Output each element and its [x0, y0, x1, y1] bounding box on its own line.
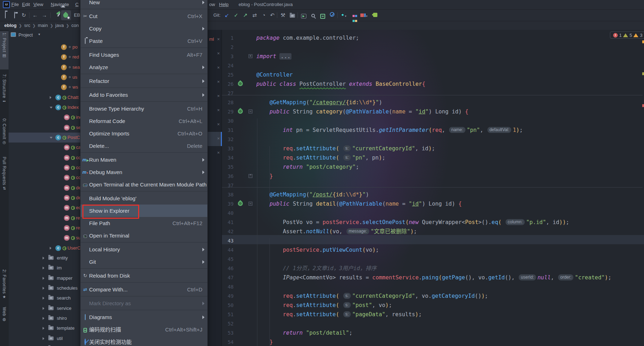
menu-item-compare-with-[interactable]: ⇄Compare With...Ctrl+D: [81, 283, 207, 296]
rollback-icon[interactable]: ↶: [268, 11, 276, 19]
breadcrumb-item[interactable]: src: [24, 23, 30, 28]
chevron-right-icon[interactable]: [50, 247, 51, 250]
menu-item-run-maven[interactable]: m▶Run Maven: [81, 154, 207, 166]
history-clock-icon[interactable]: ◔: [260, 11, 268, 19]
chevron-right-icon[interactable]: [43, 337, 44, 340]
breadcrumb-item[interactable]: main: [38, 23, 48, 28]
menu-item-reload-from-disk[interactable]: ↻Reload from Disk: [81, 269, 207, 282]
chevron-right-icon[interactable]: [43, 287, 44, 290]
code-scan-icon[interactable]: w: [319, 11, 327, 19]
line-number: 44: [219, 245, 234, 255]
tool-strip--commit[interactable]: 0: Commit◎: [0, 117, 9, 152]
menu-item-file-path[interactable]: File PathCtrl+Alt+F12: [81, 217, 207, 229]
sync-icon[interactable]: ↻: [20, 11, 28, 19]
code-line: req.setAttribute( s:"post", vo);: [256, 301, 392, 310]
menu-item-debug-maven[interactable]: m●Debug Maven: [81, 166, 207, 178]
chevron-right-icon[interactable]: [43, 267, 44, 269]
menu-c[interactable]: C: [75, 2, 78, 7]
menu-item-build-module-eblog-[interactable]: Build Module 'eblog': [81, 192, 207, 205]
save-icon[interactable]: [11, 11, 18, 19]
menu-edit[interactable]: Edit: [22, 2, 30, 7]
database-plugin-icon[interactable]: ▾: [360, 11, 368, 19]
menu-item-delete-[interactable]: Delete...Delete: [81, 140, 207, 152]
line-number: 50: [219, 301, 234, 310]
chevron-right-icon[interactable]: [43, 317, 44, 320]
spring-mapping-icon[interactable]: [237, 108, 244, 115]
menu-item-open-in-terminal[interactable]: >_Open in Terminal: [81, 229, 207, 242]
settings-wrench-icon[interactable]: ⚒: [279, 11, 287, 19]
run-anything-icon[interactable]: ▶: [300, 11, 307, 19]
menu-file[interactable]: File: [11, 2, 19, 7]
line-number: 46: [219, 264, 234, 273]
tool-strip--project[interactable]: 1: Project▤: [0, 31, 9, 69]
git-update-icon[interactable]: ↙: [223, 11, 231, 19]
chevron-right-icon[interactable]: [50, 96, 51, 99]
chevron-right-icon[interactable]: [43, 257, 44, 260]
menu-item-编码规约扫描[interactable]: w编码规约扫描Ctrl+Alt+Shift+J: [81, 323, 207, 336]
fold-marker-end[interactable]: ⌃: [249, 174, 252, 178]
menu-item-git[interactable]: Git: [81, 256, 207, 268]
menu-item-browse-type-hierarchy[interactable]: Browse Type HierarchyCtrl+H: [81, 102, 207, 115]
menu-item-new[interactable]: New: [81, 0, 207, 9]
git-diff-icon[interactable]: ⇄: [251, 11, 258, 19]
chevron-right-icon[interactable]: [43, 297, 44, 300]
breadcrumb-item[interactable]: java: [55, 23, 64, 28]
spring-mapping-icon[interactable]: [237, 200, 244, 207]
error-stripe-mark[interactable]: [642, 104, 644, 107]
menu-item-paste[interactable]: PasteCtrl+V: [81, 35, 207, 47]
error-stripe-mark[interactable]: [642, 72, 644, 75]
menu-scroll-up-icon[interactable]: [61, 5, 65, 7]
breadcrumb-item[interactable]: con: [71, 23, 79, 28]
field-icon: f: [61, 74, 67, 80]
menu-item-diagrams[interactable]: Diagrams: [81, 311, 207, 323]
menu-item-open-terminal-at-the-current-maven-module-path[interactable]: >mOpen Terminal at the Current Maven Mod…: [81, 178, 207, 191]
menu-item-copy[interactable]: Copy: [81, 22, 207, 35]
fold-marker-minus[interactable]: −: [249, 110, 252, 113]
tool-strip-pull-requests[interactable]: Pull Requests⇅: [0, 155, 9, 201]
back-icon[interactable]: ←: [31, 11, 39, 19]
breadcrumb-item[interactable]: eblog: [4, 23, 17, 28]
star-icon: ★: [2, 295, 7, 299]
fold-marker-plus[interactable]: +: [249, 54, 252, 58]
search-everywhere-icon[interactable]: [310, 11, 317, 19]
plugin-circle-icon[interactable]: ▾: [339, 11, 347, 19]
build-hammer-icon[interactable]: [52, 11, 60, 19]
menu-item-find-usages[interactable]: Find UsagesAlt+F7: [81, 49, 207, 61]
chevron-down-icon[interactable]: [50, 107, 53, 108]
disable-inspection-icon[interactable]: [328, 11, 336, 19]
tool-strip-web[interactable]: Web◍: [0, 306, 9, 323]
menu-navigate[interactable]: Navigate: [51, 2, 69, 7]
menu-item-analyze[interactable]: Analyze: [81, 61, 207, 73]
forward-icon[interactable]: →: [40, 11, 48, 19]
run-with-coverage-button[interactable]: [61, 10, 71, 20]
open-icon[interactable]: [1, 11, 9, 19]
menu-item-cut[interactable]: ✂CutCtrl+X: [81, 10, 207, 22]
chevron-down-icon[interactable]: [50, 137, 53, 139]
menu-item-reformat-code[interactable]: Reformat CodeCtrl+Alt+L: [81, 115, 207, 127]
menu-window-fragment[interactable]: ow: [209, 2, 215, 7]
chevron-right-icon[interactable]: [43, 307, 44, 310]
tool-strip--structure[interactable]: 7: Structure▪▪: [0, 73, 9, 115]
menu-item-关闭实时检测功能[interactable]: 关闭实时检测功能: [81, 336, 207, 346]
chevron-right-icon[interactable]: [43, 327, 44, 330]
menu-item-add-to-favorites[interactable]: Add to Favorites: [81, 89, 207, 101]
error-stripe-mark[interactable]: [642, 40, 644, 43]
fold-marker-minus[interactable]: −: [249, 202, 252, 206]
menu-item-local-history[interactable]: Local History: [81, 243, 207, 256]
git-commit-icon[interactable]: ✓: [232, 11, 240, 19]
project-structure-icon[interactable]: [288, 11, 296, 19]
spring-bean-icon[interactable]: [237, 80, 244, 87]
menu-help[interactable]: Help: [219, 2, 229, 7]
tool-strip--favorites[interactable]: 2: Favorites★: [0, 268, 9, 303]
menu-view[interactable]: View: [33, 2, 43, 7]
material-colors-icon[interactable]: [351, 11, 359, 19]
inspections-widget[interactable]: ! 1 5 3: [610, 32, 644, 39]
tree-item-label: Chatt: [67, 95, 78, 100]
method-icon: m: [64, 195, 70, 201]
structure-icon: ▪▪: [2, 99, 7, 104]
plugin-puzzle-icon[interactable]: [371, 11, 379, 19]
chevron-right-icon[interactable]: [43, 277, 44, 280]
menu-item-refactor[interactable]: Refactor: [81, 75, 207, 87]
git-push-icon[interactable]: ↗: [241, 11, 249, 19]
menu-item-optimize-imports[interactable]: Optimize ImportsCtrl+Alt+O: [81, 127, 207, 140]
